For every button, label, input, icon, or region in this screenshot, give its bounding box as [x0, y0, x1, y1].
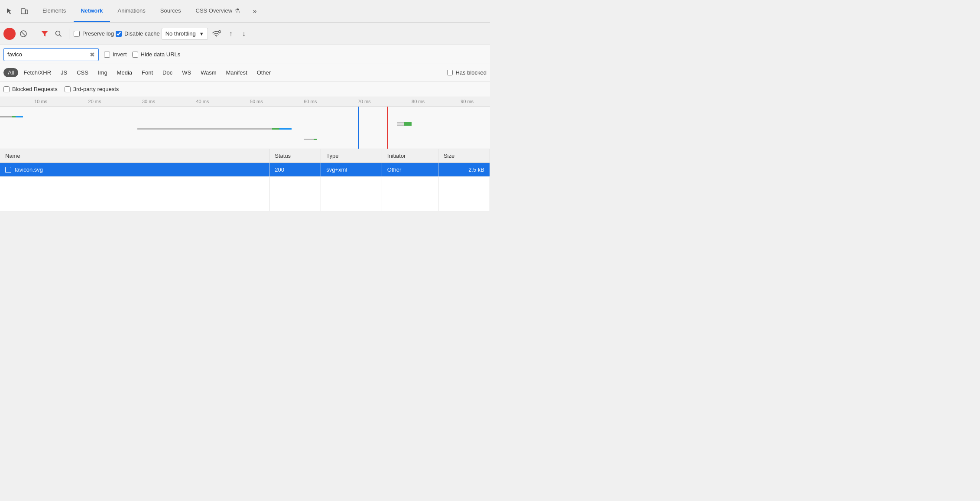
row-checkbox[interactable] [5, 167, 11, 173]
type-filter-all[interactable]: All [3, 68, 18, 77]
invert-checkbox[interactable] [104, 52, 110, 58]
type-filter-manifest[interactable]: Manifest [221, 68, 251, 77]
red-vertical-line [387, 107, 388, 149]
third-party-checkbox[interactable] [65, 86, 71, 92]
wf-bar-3b [314, 139, 317, 140]
tab-animations[interactable]: Animations [111, 0, 153, 22]
record-button[interactable] [3, 28, 16, 40]
more-tabs-button[interactable]: » [249, 5, 261, 17]
wf-bar-2b [272, 128, 277, 130]
has-blocked-label[interactable]: Has blocked [447, 69, 487, 76]
type-filter-wasm[interactable]: Wasm [196, 68, 221, 77]
svg-line-3 [21, 32, 26, 36]
blocked-requests-checkbox[interactable] [3, 86, 10, 92]
search-icon[interactable] [52, 28, 65, 40]
type-filter-bar: All Fetch/XHR JS CSS Img Media Font Doc … [0, 64, 490, 81]
blocked-requests-label[interactable]: Blocked Requests [3, 86, 58, 92]
network-settings-icon[interactable] [211, 30, 221, 38]
tab-network[interactable]: Network [74, 0, 110, 22]
type-filter-doc[interactable]: Doc [158, 68, 177, 77]
network-toolbar: Preserve log Disable cache No throttling… [0, 23, 490, 45]
type-filter-js[interactable]: JS [56, 68, 71, 77]
svg-line-5 [60, 35, 62, 36]
blue-vertical-line [358, 107, 359, 149]
ruler-tick-10ms: 10 ms [34, 99, 47, 104]
search-input-wrap: ✖ [3, 48, 99, 61]
ruler-tick-50ms: 50 ms [250, 99, 263, 104]
ruler-tick-80ms: 80 ms [412, 99, 425, 104]
table-row[interactable]: favicon.svg 200 svg+xml Other 2.5 kB [0, 163, 490, 177]
ruler-tick-20ms: 20 ms [88, 99, 101, 104]
type-filter-ws[interactable]: WS [178, 68, 195, 77]
tabs-container: Elements Network Animations Sources CSS … [36, 0, 247, 22]
empty-row-1 [0, 177, 490, 194]
search-input[interactable] [3, 48, 99, 61]
svg-rect-0 [21, 9, 25, 14]
ruler-tick-70ms: 70 ms [358, 99, 371, 104]
upload-download-icons: ↑ ↓ [226, 29, 249, 39]
has-blocked-checkbox[interactable] [447, 70, 453, 75]
svg-point-7 [218, 30, 221, 33]
separator-1 [34, 29, 34, 39]
ruler-tick-30ms: 30 ms [142, 99, 155, 104]
empty-row-2 [0, 194, 490, 211]
clear-button[interactable] [17, 28, 29, 40]
type-filter-font[interactable]: Font [137, 68, 157, 77]
col-initiator[interactable]: Initiator [382, 149, 438, 163]
tab-elements[interactable]: Elements [36, 0, 73, 22]
type-filter-css[interactable]: CSS [72, 68, 93, 77]
wf-bar-4b [404, 122, 412, 126]
throttle-select[interactable]: No throttling ▼ [162, 28, 208, 40]
device-toggle-icon[interactable] [18, 5, 30, 17]
table-header: Name Status Type Initiator Size [0, 149, 490, 163]
cell-name: favicon.svg [0, 163, 269, 177]
wf-bar-3a [304, 139, 314, 140]
hide-data-urls-label[interactable]: Hide data URLs [132, 51, 181, 58]
wf-bar-1c [16, 116, 23, 117]
network-table-wrap: Name Status Type Initiator Size [0, 149, 490, 211]
col-type[interactable]: Type [321, 149, 382, 163]
table-body: favicon.svg 200 svg+xml Other 2.5 kB [0, 163, 490, 211]
svg-point-4 [56, 31, 60, 35]
filter-icon[interactable] [39, 28, 51, 40]
ruler-tick-40ms: 40 ms [196, 99, 209, 104]
ruler-tick-60ms: 60 ms [304, 99, 317, 104]
network-table: Name Status Type Initiator Size [0, 149, 490, 211]
type-filter-media[interactable]: Media [113, 68, 136, 77]
cell-status: 200 [269, 163, 321, 177]
tab-sources[interactable]: Sources [153, 0, 188, 22]
col-size[interactable]: Size [438, 149, 490, 163]
wf-bar-4a [397, 122, 404, 126]
svg-point-6 [216, 36, 217, 37]
cell-type: svg+xml [321, 163, 382, 177]
preserve-log-checkbox[interactable] [74, 31, 80, 37]
type-filter-img[interactable]: Img [94, 68, 112, 77]
disable-cache-label[interactable]: Disable cache [116, 30, 160, 37]
hide-data-urls-checkbox[interactable] [132, 52, 138, 58]
col-name[interactable]: Name [0, 149, 269, 163]
timeline-area: 10 ms 20 ms 30 ms 40 ms 50 ms 60 ms 70 m… [0, 97, 490, 149]
third-party-label[interactable]: 3rd-party requests [65, 86, 119, 92]
record-icon [6, 31, 13, 37]
svg-rect-1 [26, 10, 28, 14]
wf-bar-2d [279, 128, 292, 130]
type-filter-fetch-xhr[interactable]: Fetch/XHR [19, 68, 55, 77]
cell-initiator: Other [382, 163, 438, 177]
preserve-log-label[interactable]: Preserve log [74, 30, 114, 37]
devtools-icons [3, 5, 30, 17]
separator-2 [69, 29, 69, 39]
download-icon[interactable]: ↓ [239, 29, 249, 39]
timeline-canvas [0, 107, 490, 149]
cursor-icon[interactable] [3, 5, 16, 17]
clear-search-button[interactable]: ✖ [88, 51, 96, 59]
disable-cache-checkbox[interactable] [116, 31, 122, 37]
timeline-ruler: 10 ms 20 ms 30 ms 40 ms 50 ms 60 ms 70 m… [0, 97, 490, 107]
wf-bar-2a [137, 128, 275, 130]
type-filter-other[interactable]: Other [253, 68, 276, 77]
tab-bar: Elements Network Animations Sources CSS … [0, 0, 490, 23]
col-status[interactable]: Status [269, 149, 321, 163]
invert-label[interactable]: Invert [104, 51, 127, 58]
filter-bar: ✖ Invert Hide data URLs [0, 45, 490, 64]
tab-css-overview[interactable]: CSS Overview ⚗ [189, 0, 247, 22]
upload-icon[interactable]: ↑ [226, 29, 236, 39]
